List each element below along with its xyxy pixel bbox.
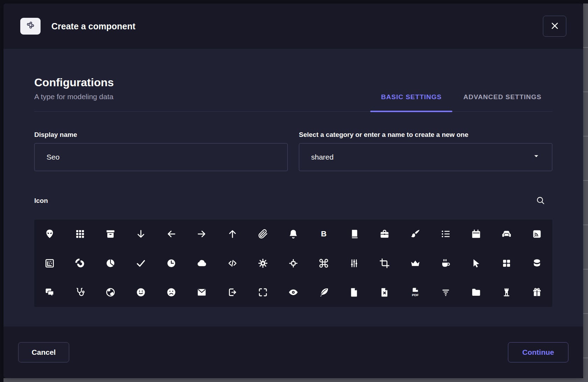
display-name-label: Display name (34, 131, 288, 139)
cast-icon[interactable] (522, 220, 552, 249)
search-icon (536, 201, 545, 206)
paint-brush-icon[interactable] (400, 220, 430, 249)
close-button[interactable] (543, 16, 566, 37)
modal-footer: Cancel Continue (3, 326, 583, 378)
stethoscope-icon[interactable] (65, 278, 95, 307)
section-title: Configurations (34, 76, 114, 89)
tab-advanced-settings[interactable]: ADVANCED SETTINGS (452, 93, 552, 111)
collapse-icon[interactable] (278, 249, 308, 278)
modal-header: Create a component (3, 3, 583, 49)
car-icon[interactable] (492, 220, 522, 249)
coffee-cup-icon[interactable] (430, 249, 461, 278)
envelope-icon[interactable] (187, 278, 217, 307)
earth-icon[interactable] (95, 278, 126, 307)
book-icon[interactable] (339, 220, 370, 249)
section-header-row: Configurations A type for modeling data … (34, 76, 552, 112)
component-chip (20, 18, 41, 35)
crop-icon[interactable] (370, 249, 400, 278)
section-heading: Configurations A type for modeling data (34, 76, 114, 111)
eye-icon[interactable] (278, 278, 308, 307)
database-icon[interactable] (522, 249, 552, 278)
svg-text:PDF: PDF (412, 293, 419, 297)
cursor-icon[interactable] (461, 249, 491, 278)
clock-icon[interactable] (156, 249, 187, 278)
section-subtitle: A type for modeling data (34, 93, 114, 111)
alien-icon[interactable] (34, 220, 65, 249)
icon-grid-row: B (34, 220, 552, 249)
dashboard-icon[interactable] (492, 249, 522, 278)
create-component-modal: Create a component Configurations A type… (3, 3, 583, 378)
feather-icon[interactable] (309, 278, 339, 307)
crown-icon[interactable] (400, 249, 430, 278)
icon-grid-row: PDF (34, 278, 552, 307)
tab-basic-settings[interactable]: BASIC SETTINGS (370, 93, 452, 111)
emotion-happy-icon[interactable] (126, 278, 156, 307)
archive-icon[interactable] (95, 220, 126, 249)
arrow-up-icon[interactable] (217, 220, 248, 249)
calendar-icon[interactable] (461, 220, 491, 249)
file-pdf-icon[interactable]: PDF (400, 278, 430, 307)
command-icon[interactable] (309, 249, 339, 278)
settings-tabs: BASIC SETTINGS ADVANCED SETTINGS (370, 93, 552, 111)
chart-doughnut-icon[interactable] (65, 249, 95, 278)
icon-search-button[interactable] (533, 195, 547, 207)
category-label: Select a category or enter a name to cre… (299, 131, 552, 139)
background-content-strip-bottom (3, 378, 588, 382)
cloud-icon[interactable] (187, 249, 217, 278)
category-select[interactable]: shared (299, 143, 552, 171)
arrow-left-icon[interactable] (156, 220, 187, 249)
expand-icon[interactable] (248, 278, 278, 307)
briefcase-icon[interactable] (370, 220, 400, 249)
attachment-icon[interactable] (248, 220, 278, 249)
icon-grid-row (34, 249, 552, 278)
icon-grid: BPDF (34, 220, 552, 307)
chevron-down-icon (532, 152, 540, 162)
display-name-field: Display name (34, 131, 288, 171)
code-icon[interactable] (217, 249, 248, 278)
cancel-button[interactable]: Cancel (18, 342, 69, 362)
gift-icon[interactable] (522, 278, 552, 307)
folder-icon[interactable] (461, 278, 491, 307)
emotion-unhappy-icon[interactable] (156, 278, 187, 307)
file-error-icon[interactable] (370, 278, 400, 307)
discuss-icon[interactable] (34, 278, 65, 307)
sliders-icon[interactable] (339, 249, 370, 278)
icon-section-header: Icon (34, 195, 552, 207)
modal-title: Create a component (51, 21, 135, 31)
component-nodes-icon (25, 20, 36, 32)
modal-body: Configurations A type for modeling data … (3, 49, 583, 326)
close-icon (550, 21, 560, 32)
icon-section-label: Icon (34, 197, 48, 205)
chart-pie-icon[interactable] (95, 249, 126, 278)
apps-grid-icon[interactable] (65, 220, 95, 249)
exit-icon[interactable] (217, 278, 248, 307)
arrow-right-icon[interactable] (187, 220, 217, 249)
category-field: Select a category or enter a name to cre… (299, 131, 552, 171)
castle-gate-icon[interactable] (492, 278, 522, 307)
check-icon[interactable] (126, 249, 156, 278)
bell-icon[interactable] (278, 220, 308, 249)
display-name-input[interactable] (34, 143, 288, 171)
cog-icon[interactable] (248, 249, 278, 278)
category-select-value: shared (311, 153, 334, 161)
form-row: Display name Select a category or enter … (34, 131, 552, 171)
filter-icon[interactable] (430, 278, 461, 307)
arrow-down-icon[interactable] (126, 220, 156, 249)
bold-icon[interactable]: B (309, 220, 339, 249)
file-icon[interactable] (339, 278, 370, 307)
background-content-strip-right (583, 3, 588, 379)
chart-bubble-icon[interactable] (34, 249, 65, 278)
bullet-list-icon[interactable] (430, 220, 461, 249)
svg-text:B: B (321, 229, 327, 238)
continue-button[interactable]: Continue (508, 342, 568, 362)
